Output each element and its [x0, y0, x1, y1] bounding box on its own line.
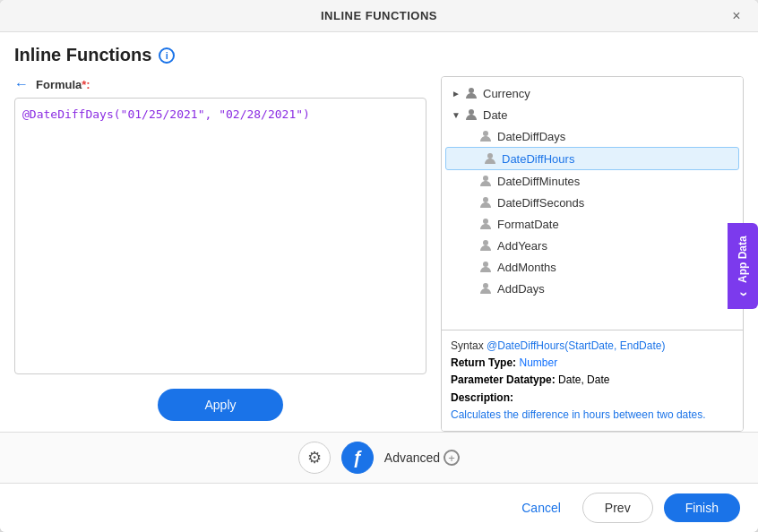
addyears-label: AddYears — [497, 239, 547, 253]
bottom-footer: Cancel Prev Finish — [0, 483, 758, 532]
expand-adddays — [463, 281, 478, 296]
inline-functions-dialog: INLINE FUNCTIONS × Inline Functions i ← … — [0, 0, 758, 532]
tree-item-adddays[interactable]: AddDays — [442, 278, 743, 299]
desc-row: Description: — [451, 390, 734, 407]
currency-label: Currency — [483, 87, 530, 100]
chevron-left-icon: ‹ — [735, 292, 751, 296]
back-arrow[interactable]: ← — [14, 76, 29, 92]
advanced-label: Advanced + — [384, 450, 460, 466]
advanced-plus-button[interactable]: + — [444, 450, 460, 466]
svg-point-0 — [469, 88, 474, 93]
settings-button[interactable]: ⚙ — [298, 442, 331, 474]
desc-text-row: Calculates the difference in hours betwe… — [451, 407, 734, 424]
return-value: Number — [519, 356, 557, 369]
dialog-title: INLINE FUNCTIONS — [321, 9, 437, 22]
return-row: Return Type: Number — [451, 355, 734, 372]
prev-button[interactable]: Prev — [582, 493, 653, 523]
svg-point-9 — [483, 283, 488, 288]
svg-point-6 — [483, 219, 488, 224]
expand-addyears — [463, 238, 478, 253]
apply-button[interactable]: Apply — [158, 389, 283, 421]
tree-item-datediffhours[interactable]: DateDiffHours — [445, 147, 739, 170]
right-panel: ► Currency ▼ — [441, 76, 744, 432]
tree-item-datediffdays[interactable]: DateDiffDays — [442, 125, 743, 147]
tree-item-addmonths[interactable]: AddMonths — [442, 256, 743, 278]
formula-label: Formula*: — [36, 78, 90, 91]
formatdate-icon — [478, 216, 494, 232]
info-icon[interactable]: i — [159, 47, 175, 64]
tree-item-datediffseconds[interactable]: DateDiffSeconds — [442, 192, 743, 213]
date-label: Date — [483, 108, 507, 122]
app-data-tab-wrapper: ‹ App Data — [728, 223, 758, 309]
formula-icon: ƒ — [352, 448, 362, 468]
datediffhours-icon — [482, 150, 498, 167]
svg-point-7 — [483, 240, 488, 245]
tree-item-datediffminutes[interactable]: DateDiffMinutes — [442, 170, 743, 192]
settings-icon: ⚙ — [307, 448, 322, 468]
apply-btn-row: Apply — [14, 389, 426, 421]
addmonths-label: AddMonths — [497, 261, 556, 274]
formula-button[interactable]: ƒ — [341, 442, 374, 474]
expand-formatdate — [463, 217, 478, 231]
title-bar: INLINE FUNCTIONS × — [0, 0, 758, 32]
formatdate-label: FormatDate — [497, 218, 559, 231]
formula-input[interactable]: @DateDiffDays("01/25/2021", "02/28/2021"… — [14, 98, 426, 374]
svg-point-8 — [483, 262, 488, 267]
close-button[interactable]: × — [726, 5, 747, 27]
datediffdays-icon — [478, 128, 494, 144]
page-header: Inline Functions i — [14, 45, 744, 65]
svg-point-3 — [487, 153, 493, 159]
svg-point-1 — [469, 109, 474, 115]
expand-datediffseconds — [463, 195, 478, 210]
date-icon — [463, 107, 479, 123]
cancel-button[interactable]: Cancel — [511, 495, 572, 520]
tree-item-formatdate[interactable]: FormatDate — [442, 213, 743, 235]
param-value: Date, Date — [558, 373, 609, 386]
return-label: Return Type: — [451, 356, 516, 369]
svg-point-5 — [483, 197, 488, 202]
datediffminutes-label: DateDiffMinutes — [497, 175, 580, 188]
tree-item-addyears[interactable]: AddYears — [442, 235, 743, 256]
main-body: ← Formula*: @DateDiffDays("01/25/2021", … — [14, 76, 744, 432]
datediffhours-label: DateDiffHours — [502, 152, 574, 166]
param-row: Parameter Datatype: Date, Date — [451, 372, 734, 389]
addmonths-icon — [478, 259, 494, 275]
info-box: Syntax @DateDiffHours(StartDate, EndDate… — [442, 330, 743, 431]
syntax-label: Syntax — [451, 339, 484, 352]
syntax-value: @DateDiffHours(StartDate, EndDate) — [487, 339, 665, 352]
svg-point-4 — [483, 176, 488, 181]
content-area: Inline Functions i ← Formula*: @DateDiff… — [0, 32, 758, 432]
addyears-icon — [478, 237, 494, 253]
finish-button[interactable]: Finish — [664, 493, 740, 522]
svg-point-2 — [483, 131, 488, 136]
tree-item-currency[interactable]: ► Currency — [442, 82, 743, 104]
tree-item-date[interactable]: ▼ Date — [442, 104, 743, 125]
app-data-tab[interactable]: ‹ App Data — [728, 223, 758, 309]
bottom-toolbar: ⚙ ƒ Advanced + — [0, 432, 758, 483]
expand-datediffhours — [468, 151, 482, 166]
param-label: Parameter Datatype: — [451, 373, 556, 386]
currency-icon — [463, 85, 479, 101]
desc-label: Description: — [451, 391, 513, 404]
expand-datediffdays — [463, 129, 478, 143]
expand-datediffminutes — [463, 174, 478, 188]
left-panel: ← Formula*: @DateDiffDays("01/25/2021", … — [14, 76, 426, 432]
formula-header: ← Formula*: — [14, 76, 426, 92]
expand-addmonths — [463, 260, 478, 274]
expand-currency: ► — [449, 86, 463, 100]
datediffseconds-icon — [478, 194, 494, 210]
datediffminutes-icon — [478, 173, 494, 189]
syntax-row: Syntax @DateDiffHours(StartDate, EndDate… — [451, 338, 734, 355]
tree-panel: ► Currency ▼ — [442, 77, 743, 330]
expand-date: ▼ — [449, 107, 463, 122]
datediffseconds-label: DateDiffSeconds — [497, 196, 584, 210]
adddays-icon — [478, 280, 494, 296]
adddays-label: AddDays — [497, 282, 545, 296]
page-title: Inline Functions — [14, 45, 151, 65]
datediffdays-label: DateDiffDays — [497, 130, 565, 143]
desc-text: Calculates the difference in hours betwe… — [451, 408, 706, 421]
